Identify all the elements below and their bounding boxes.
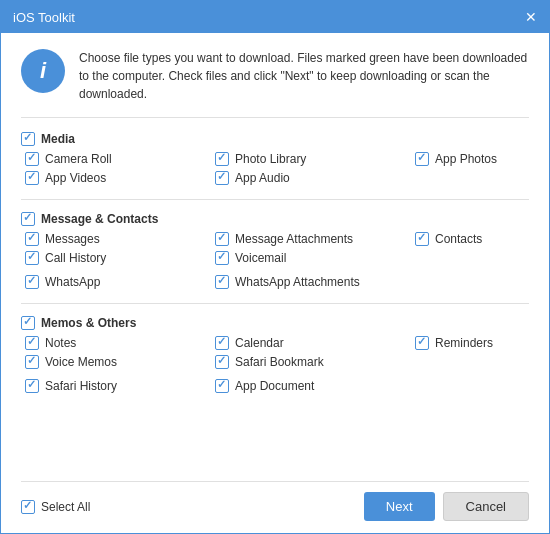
messages-label[interactable]: Messages [45,232,100,246]
voice-memos-item: Voice Memos [25,355,215,369]
memos-others-group-checkbox-item: Memos & Others [21,316,136,330]
notes-checkbox[interactable] [25,336,39,350]
messages-item: Messages [25,232,215,246]
group-message-contacts: Message & Contacts Messages Message Atta… [21,212,529,289]
message-attachments-checkbox[interactable] [215,232,229,246]
photo-library-item: Photo Library [215,152,415,166]
safari-bookmark-label[interactable]: Safari Bookmark [235,355,324,369]
message-attachments-item: Message Attachments [215,232,415,246]
app-videos-item: App Videos [25,171,215,185]
app-document-item: App Document [215,379,415,393]
whatsapp-checkbox[interactable] [25,275,39,289]
main-window: iOS Toolkit ✕ i Choose file types you wa… [0,0,550,534]
app-document-checkbox[interactable] [215,379,229,393]
info-icon: i [21,49,65,93]
messages-checkbox[interactable] [25,232,39,246]
whatsapp-attachments-label[interactable]: WhatsApp Attachments [235,275,360,289]
reminders-checkbox[interactable] [415,336,429,350]
message-contacts-group-checkbox-item: Message & Contacts [21,212,158,226]
info-text: Choose file types you want to download. … [79,49,529,103]
message-contacts-group-checkbox[interactable] [21,212,35,226]
app-photos-checkbox[interactable] [415,152,429,166]
message-contacts-items: Messages Message Attachments Contacts Ca… [21,232,529,289]
cancel-button[interactable]: Cancel [443,492,529,521]
whatsapp-attachments-item: WhatsApp Attachments [215,275,415,289]
app-audio-item: App Audio [215,171,415,185]
photo-library-label[interactable]: Photo Library [235,152,306,166]
voicemail-label[interactable]: Voicemail [235,251,286,265]
reminders-item: Reminders [415,336,529,350]
media-items: Camera Roll Photo Library App Photos App… [21,152,529,185]
safari-history-checkbox[interactable] [25,379,39,393]
media-group-checkbox[interactable] [21,132,35,146]
app-document-label[interactable]: App Document [235,379,314,393]
media-group-label[interactable]: Media [41,132,75,146]
group-media: Media Camera Roll Photo Library App Phot… [21,132,529,185]
select-all-item: Select All [21,500,90,514]
divider-2 [21,303,529,304]
camera-roll-checkbox[interactable] [25,152,39,166]
window-title: iOS Toolkit [13,10,75,25]
select-all-checkbox[interactable] [21,500,35,514]
call-history-label[interactable]: Call History [45,251,106,265]
camera-roll-label[interactable]: Camera Roll [45,152,112,166]
next-button[interactable]: Next [364,492,435,521]
memos-others-group-label[interactable]: Memos & Others [41,316,136,330]
app-videos-checkbox[interactable] [25,171,39,185]
app-audio-label[interactable]: App Audio [235,171,290,185]
close-button[interactable]: ✕ [525,10,537,24]
calendar-item: Calendar [215,336,415,350]
select-all-label[interactable]: Select All [41,500,90,514]
footer: Select All Next Cancel [21,481,529,521]
info-section: i Choose file types you want to download… [21,49,529,118]
voicemail-item: Voicemail [215,251,415,265]
safari-history-label[interactable]: Safari History [45,379,117,393]
app-audio-checkbox[interactable] [215,171,229,185]
photo-library-checkbox[interactable] [215,152,229,166]
content-area: i Choose file types you want to download… [1,33,549,533]
group-memos-others-header: Memos & Others [21,316,529,330]
voice-memos-label[interactable]: Voice Memos [45,355,117,369]
voice-memos-checkbox[interactable] [25,355,39,369]
contacts-label[interactable]: Contacts [435,232,482,246]
contacts-checkbox[interactable] [415,232,429,246]
whatsapp-attachments-checkbox[interactable] [215,275,229,289]
divider-1 [21,199,529,200]
notes-item: Notes [25,336,215,350]
footer-left: Select All [21,500,90,514]
app-photos-item: App Photos [415,152,529,166]
whatsapp-item: WhatsApp [25,275,215,289]
voicemail-checkbox[interactable] [215,251,229,265]
footer-buttons: Next Cancel [364,492,529,521]
app-videos-label[interactable]: App Videos [45,171,106,185]
call-history-checkbox[interactable] [25,251,39,265]
group-memos-others: Memos & Others Notes Calendar Reminders [21,316,529,393]
memos-others-items: Notes Calendar Reminders Voice Memos [21,336,529,393]
reminders-label[interactable]: Reminders [435,336,493,350]
message-contacts-group-label[interactable]: Message & Contacts [41,212,158,226]
group-media-header: Media [21,132,529,146]
message-attachments-label[interactable]: Message Attachments [235,232,353,246]
group-message-contacts-header: Message & Contacts [21,212,529,226]
call-history-item: Call History [25,251,215,265]
media-group-checkbox-item: Media [21,132,75,146]
notes-label[interactable]: Notes [45,336,76,350]
whatsapp-label[interactable]: WhatsApp [45,275,100,289]
checkboxes-area: Media Camera Roll Photo Library App Phot… [21,132,529,481]
safari-bookmark-item: Safari Bookmark [215,355,415,369]
calendar-checkbox[interactable] [215,336,229,350]
calendar-label[interactable]: Calendar [235,336,284,350]
app-photos-label[interactable]: App Photos [435,152,497,166]
contacts-item: Contacts [415,232,529,246]
memos-others-group-checkbox[interactable] [21,316,35,330]
title-bar: iOS Toolkit ✕ [1,1,549,33]
safari-bookmark-checkbox[interactable] [215,355,229,369]
camera-roll-item: Camera Roll [25,152,215,166]
safari-history-item: Safari History [25,379,215,393]
